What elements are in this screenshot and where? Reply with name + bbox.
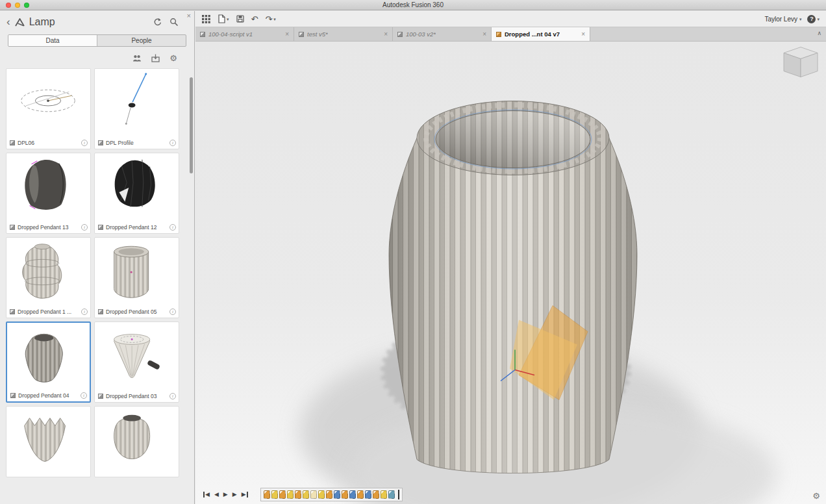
save-icon[interactable] [236,15,244,23]
item-label: Dropped Pendant 04 [18,392,69,399]
timeline-cursor[interactable] [398,490,399,499]
timeline-step-back-icon[interactable]: ◀ [214,492,219,498]
thumbnail-pendant-12[interactable] [95,153,179,223]
thumbnail-pendant-04[interactable] [7,323,90,392]
tab-people[interactable]: People [97,35,186,46]
doc-tab[interactable]: 100-03 v2* × [393,27,492,41]
list-item[interactable]: DPL Profile i [94,68,179,149]
thumbnail-sketch-profile[interactable] [95,69,179,139]
timeline-step-forward-icon[interactable]: ▶ [232,492,237,498]
timeline-skip-end-icon[interactable]: ▶ [242,492,248,498]
timeline-feature-icon[interactable] [279,490,286,499]
timeline-feature-icon[interactable] [342,490,348,499]
tab-close-icon[interactable]: × [482,31,486,38]
item-label: Dropped Pendant 13 [18,224,68,231]
timeline-feature-icon[interactable] [264,490,270,499]
file-menu-icon[interactable]: ▾ [218,14,229,23]
thumbnail-pendant-05[interactable] [95,238,179,308]
data-panel: × ‹ Lamp Data People [0,11,195,504]
timeline-feature-icon[interactable] [326,490,332,499]
upload-data-icon[interactable] [151,54,160,62]
thumbnail-pendant-1x[interactable] [6,238,90,308]
traffic-lights[interactable] [6,3,29,8]
timeline-feature-icon[interactable] [334,490,340,499]
collapse-tabbar-icon[interactable]: ∧ [817,30,821,36]
minimize-window-button[interactable] [15,3,20,8]
timeline-feature-icon[interactable] [303,490,309,499]
timeline-feature-icon[interactable] [271,490,278,499]
viewport-3d[interactable] [195,42,826,504]
search-icon[interactable] [169,18,179,27]
help-icon[interactable]: ? [807,15,816,23]
panel-toolbar: ⚙ [0,51,194,68]
doc-tab[interactable]: 100-04-script v1 × [195,27,294,41]
list-item[interactable]: DPL06 i [6,68,91,149]
titlebar: Autodesk Fusion 360 [0,0,826,10]
timeline-feature-icon[interactable] [381,490,387,499]
redo-icon[interactable]: ↷ ▾ [265,15,275,23]
back-icon[interactable]: ‹ [6,16,10,27]
panel-tabs: Data People [8,34,186,47]
viewport-canvas[interactable]: ◀ ◀ ▶ ▶ ▶ ⚙ [195,42,826,504]
list-item[interactable]: Dropped Pendant 12 i [94,153,179,234]
timeline-feature-icon[interactable] [349,490,356,499]
info-icon[interactable]: i [169,309,176,315]
info-icon[interactable]: i [81,392,87,399]
thumbnail-pendant-partial-b[interactable] [95,407,179,477]
tab-data[interactable]: Data [8,35,97,46]
thumbnail-pendant-partial-a[interactable] [6,407,90,477]
list-item-selected[interactable]: Dropped Pendant 04 i [6,321,91,403]
doc-tab-label: Dropped ...nt 04 v7 [505,31,560,38]
list-item[interactable] [94,406,179,477]
tab-close-icon[interactable]: × [384,31,388,38]
tab-close-icon[interactable]: × [581,31,585,38]
timeline-feature-icon[interactable] [310,490,317,499]
help-menu[interactable]: ? ▾ [807,15,820,23]
timeline-feature-icon[interactable] [295,490,301,499]
info-icon[interactable]: i [169,140,176,146]
view-cube[interactable] [784,47,818,77]
thumbnail-pendant-03[interactable] [95,322,179,392]
info-icon[interactable]: i [169,224,176,231]
people-share-icon[interactable] [132,55,142,62]
timeline-play-icon[interactable]: ▶ [223,492,228,498]
timeline-feature-icon[interactable] [373,490,379,499]
info-icon[interactable]: i [169,393,176,399]
list-item[interactable]: Dropped Pendant 05 i [94,237,179,318]
item-label: Dropped Pendant 1 ... [18,309,71,315]
zoom-window-button[interactable] [24,3,29,8]
list-item[interactable]: Dropped Pendant 1 ... i [6,237,91,318]
timeline-feature-icon[interactable] [388,490,395,499]
list-item[interactable]: Dropped Pendant 03 i [94,321,179,403]
timeline-feature-icon[interactable] [287,490,294,499]
component-icon [10,140,15,145]
timeline-settings-gear-icon[interactable]: ⚙ [812,491,820,501]
timeline-feature-icon[interactable] [357,490,364,499]
info-icon[interactable]: i [81,224,88,231]
undo-icon[interactable]: ↶ [251,15,258,23]
info-icon[interactable]: i [81,309,88,315]
refresh-icon[interactable] [153,18,162,27]
settings-gear-icon[interactable]: ⚙ [169,54,177,62]
user-menu[interactable]: Taylor Levy ▾ [764,16,801,23]
timeline-feature-icon[interactable] [365,490,371,499]
list-item[interactable] [6,406,91,477]
timeline-skip-start-icon[interactable]: ◀ [203,492,210,498]
close-window-button[interactable] [6,3,11,8]
info-icon[interactable]: i [81,140,88,146]
list-item[interactable]: Dropped Pendant 13 i [6,153,91,234]
doc-tab-active[interactable]: Dropped ...nt 04 v7 × [492,27,590,41]
item-label: DPL Profile [106,140,134,146]
panel-scrollbar[interactable] [190,77,193,173]
browser-grid-icon[interactable] [202,15,210,23]
document-icon [496,32,501,37]
doc-tab[interactable]: test v5* × [294,27,393,41]
timeline-feature-icon[interactable] [318,490,325,499]
document-icon [200,32,205,37]
timeline-feature-strip[interactable] [260,488,403,501]
model-dropped-pendant[interactable] [389,101,637,473]
panel-close-icon[interactable]: × [187,12,191,19]
thumbnail-pendant-13[interactable] [6,153,90,223]
thumbnail-sketch-top[interactable] [6,69,90,139]
tab-close-icon[interactable]: × [285,31,289,38]
